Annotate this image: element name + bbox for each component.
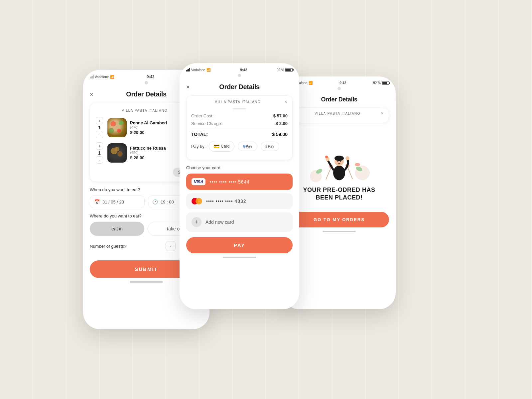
page-title-1: Order Details [126, 90, 167, 98]
phone-2: Vodafone 📶 9:42 92 % × Order Details [180, 63, 299, 309]
screen-2: × Order Details VILLA PASTA ITALIANO × O… [180, 80, 299, 253]
close-button-2[interactable]: × [186, 84, 190, 90]
page-title-3: Order Details [321, 96, 357, 103]
screen-header-2: × Order Details [186, 80, 293, 95]
home-indicator-3 [283, 227, 396, 234]
home-pill-1 [130, 281, 163, 283]
service-charge-row: Service Charge: $ 2.00 [191, 121, 288, 126]
restaurant-card-2: VILLA PASTA ITALIANO × Order Cost: $ 57.… [186, 95, 293, 160]
item-cal-2: (450) [130, 151, 186, 155]
item-price-2: $ 28.00 [130, 155, 186, 160]
goto-orders-button[interactable]: GO TO MY ORDERS [289, 212, 389, 227]
qty-control-2: + 1 - [95, 142, 104, 164]
apay-button[interactable]:  Pay [261, 142, 279, 151]
qty-minus-2[interactable]: - [96, 156, 103, 164]
notch-3 [283, 87, 396, 93]
svg-line-4 [347, 167, 352, 179]
success-content: YOUR PRE-ODRED HAS BEEN PLACED! GO TO MY… [289, 126, 389, 227]
item-info-2: Fettuccine Russa (450) $ 28.00 [130, 146, 186, 160]
screen-header-3: Order Details [289, 93, 389, 108]
battery-area-2: 92 % [277, 68, 293, 72]
time-2: 9:42 [240, 68, 247, 72]
order-cost-value: $ 57.00 [273, 113, 288, 118]
home-pill-3 [323, 231, 356, 232]
item-name-1: Penne Al Gamberi [130, 120, 186, 125]
status-bar-2: Vodafone 📶 9:42 92 % [180, 63, 299, 74]
pay-by-label: Pay by: [191, 144, 205, 149]
item-info-1: Penne Al Gamberi (470) $ 29.00 [130, 120, 186, 135]
card-icon: 💳 [214, 144, 219, 149]
service-charge-label: Service Charge: [191, 121, 222, 126]
wifi-icon-2: 📶 [206, 68, 210, 72]
battery-percent-2: 92 % [277, 68, 284, 72]
restaurant-close-2[interactable]: × [284, 99, 288, 104]
date-value: 31 / 05 / 20 [102, 200, 124, 204]
calendar-icon: 📅 [94, 199, 100, 204]
svg-line-3 [326, 168, 331, 180]
signal-icon-2 [186, 68, 190, 71]
page-title-2: Order Details [219, 83, 260, 91]
food-image-2 [107, 143, 127, 163]
home-indicator-2 [180, 253, 299, 260]
screen-3: Order Details VILLA PASTA ITALIANO × [283, 93, 396, 227]
guests-label: Number of guests? [90, 244, 126, 249]
visa-logo: VISA [192, 178, 205, 185]
card-payment-button[interactable]: 💳 Card [209, 141, 234, 152]
qty-plus-1[interactable]: + [96, 117, 103, 124]
choose-card-label: Choose your card: [186, 165, 293, 170]
mastercard-logo [192, 198, 202, 204]
clock-icon: 🕐 [152, 199, 158, 204]
carrier-2: Vodafone 📶 [186, 68, 210, 72]
notch-2 [180, 74, 299, 80]
wifi-icon-3: 📶 [309, 81, 313, 85]
close-button-1[interactable]: × [90, 91, 93, 97]
phones-container: Vodafone 📶 9:42 92 % × Order Details [83, 50, 449, 349]
guest-minus-button[interactable]: - [166, 241, 176, 251]
battery-icon-2 [285, 68, 293, 72]
svg-point-18 [355, 163, 360, 166]
qty-control-1: + 1 - [95, 117, 104, 138]
add-card-label: Add new card [205, 219, 234, 225]
svg-point-14 [345, 156, 349, 160]
svg-point-10 [334, 156, 344, 161]
qty-plus-2[interactable]: + [96, 142, 103, 150]
visa-card-option[interactable]: VISA •••• •••• •••• 5644 [186, 174, 293, 190]
item-cal-1: (470) [130, 125, 186, 129]
mc-yellow-circle [196, 198, 202, 204]
qty-value-2: 1 [98, 150, 101, 156]
add-icon: + [192, 217, 201, 227]
status-bar-3: Vodafone 📶 9:42 92 % [283, 76, 396, 87]
mastercard-option[interactable]: •••• •••• •••• 4832 [186, 193, 293, 209]
order-cost-row: Order Cost: $ 57.00 [191, 113, 288, 118]
success-title: YOUR PRE-ODRED HAS BEEN PLACED! [303, 186, 375, 202]
card-label: Card [221, 144, 229, 149]
svg-point-15 [325, 156, 328, 158]
apay-text:  Pay [266, 144, 274, 148]
pay-by-row: Pay by: 💳 Card GPay  Pay [191, 141, 288, 152]
item-name-2: Fettuccine Russa [130, 146, 186, 151]
restaurant-close-3[interactable]: × [381, 111, 384, 116]
restaurant-name-2: VILLA PASTA ITALIANO × [191, 99, 288, 104]
gpay-text: GPay [243, 144, 252, 148]
svg-point-8 [333, 166, 345, 180]
battery-icon-3 [382, 81, 389, 85]
carrier-name-2: Vodafone [191, 68, 205, 72]
gpay-button[interactable]: GPay [238, 142, 257, 151]
battery-area-3: 92 % [373, 81, 389, 85]
item-price-1: $ 29.00 [130, 130, 186, 135]
add-card-button[interactable]: + Add new card [186, 212, 293, 232]
mastercard-number: •••• •••• •••• 4832 [206, 199, 246, 204]
order-cost-label: Order Cost: [191, 113, 213, 118]
notch-circle-3 [337, 87, 341, 90]
summary-divider [233, 108, 246, 109]
eat-in-button[interactable]: eat in [90, 222, 144, 236]
home-pill-2 [223, 257, 256, 258]
signal-icon [90, 75, 93, 78]
pay-button[interactable]: PAY [186, 237, 293, 253]
total-label: TOTAL: [191, 132, 208, 137]
phone-3: Vodafone 📶 9:42 92 % Order Details [283, 76, 396, 309]
time-1: 9:42 [147, 74, 155, 79]
notch-circle-2 [238, 74, 241, 77]
date-input[interactable]: 📅 31 / 05 / 20 [90, 196, 145, 208]
qty-minus-1[interactable]: - [96, 131, 103, 138]
